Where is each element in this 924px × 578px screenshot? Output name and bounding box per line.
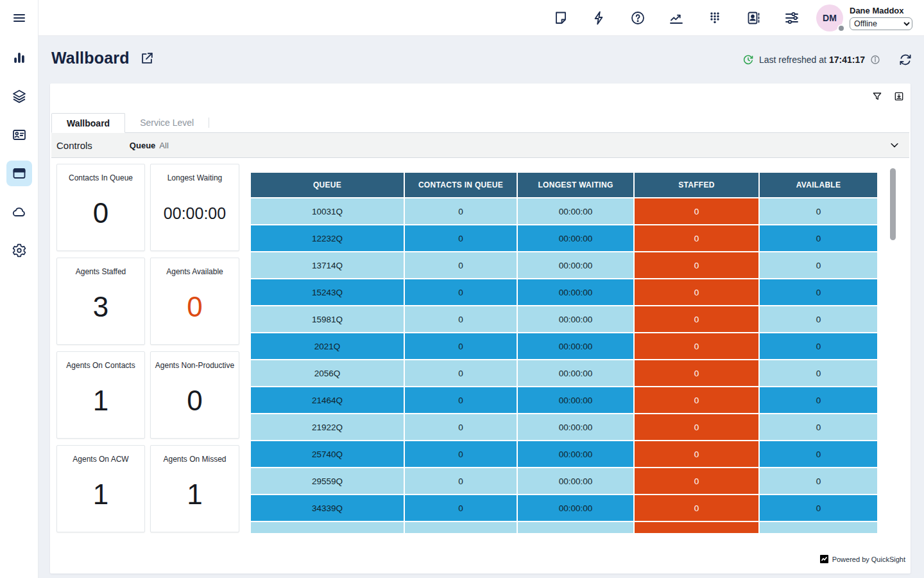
browser-window-icon [12,166,27,181]
staffed-cell: 0 [635,468,758,494]
kpi-value: 0 [151,385,239,417]
queue-filter-label: Queue [130,141,155,150]
card-toolbar [872,91,904,101]
staffed-cell: 0 [635,360,758,386]
dialpad-icon[interactable] [707,10,723,26]
staffed-cell: 0 [635,387,758,413]
queue-cell: 34339Q [251,495,404,521]
kpi-card: Agents Available0 [150,258,239,345]
contacts-cell: 0 [405,252,517,278]
table-scrollbar[interactable] [890,168,896,240]
topbar: DM Dane Maddox Offline [38,0,924,36]
offline-status-dot [837,24,845,32]
queue-cell [251,522,404,533]
queue-cell: 13714Q [251,252,404,278]
external-link-icon[interactable] [140,51,154,66]
agent-status-select[interactable]: Offline [850,17,912,30]
menu-icon[interactable] [12,10,27,26]
staffed-cell: 0 [635,414,758,440]
preferences-icon[interactable] [784,10,800,26]
kpi-value: 00:00:00 [151,204,239,223]
avatar-initials: DM [823,13,837,23]
sidebar-item-wallboard[interactable] [6,161,32,186]
quicksight-footer: Powered by QuickSight [820,555,905,563]
available-cell [760,522,877,533]
quick-actions-icon[interactable] [592,10,607,26]
available-cell: 0 [760,414,877,440]
export-icon[interactable] [894,91,904,101]
tab-label: Wallboard [67,118,110,128]
column-header: LONGEST WAITING [518,173,633,197]
waiting-cell: 00:00:00 [518,225,633,251]
kpi-value: 0 [57,197,144,229]
sidebar [0,0,38,578]
dashboard-card: Wallboard Service Level Controls Queue A… [50,83,911,574]
queue-table: QUEUECONTACTS IN QUEUELONGEST WAITINGSTA… [251,173,877,533]
available-cell: 0 [760,468,877,494]
gear-icon [12,243,27,258]
metrics-icon[interactable] [669,10,684,26]
queue-cell: 21464Q [251,387,404,413]
queue-cell: 25740Q [251,441,404,467]
notes-icon[interactable] [553,10,569,26]
available-cell: 0 [760,198,877,224]
available-cell: 0 [760,306,877,332]
user-name: Dane Maddox [850,6,912,15]
contacts-cell: 0 [405,225,517,251]
last-refreshed-label: Last refreshed at [759,55,826,65]
page-title: Wallboard [51,49,130,67]
column-header: AVAILABLE [760,173,877,197]
page-title-row: Wallboard [51,49,154,67]
controls-label: Controls [56,140,92,151]
chevron-down-icon[interactable] [889,139,900,151]
directory-icon[interactable] [746,10,761,26]
waiting-cell: 00:00:00 [518,279,633,305]
staffed-cell: 0 [635,279,758,305]
user-block: DM Dane Maddox Offline [816,4,912,31]
sidebar-item-settings[interactable] [6,238,32,263]
waiting-cell: 00:00:00 [518,414,633,440]
filter-icon[interactable] [872,91,882,101]
kpi-label: Agents On Contacts [57,361,144,370]
staffed-cell: 0 [635,333,758,359]
waiting-cell: 00:00:00 [518,468,633,494]
help-icon[interactable] [630,10,646,26]
kpi-label: Agents On ACW [57,455,144,464]
kpi-label: Agents Available [151,267,239,276]
sidebar-item-contacts[interactable] [6,122,32,148]
main-content: Wallboard Last refreshed at 17:41:17 W [38,36,924,578]
kpi-value: 3 [57,291,144,323]
queue-filter-value[interactable]: All [159,141,168,150]
queue-cell: 10031Q [251,198,404,224]
kpi-value: 1 [57,385,144,417]
refresh-clock-icon [742,54,754,66]
queue-cell: 2056Q [251,360,404,386]
sidebar-item-cloud[interactable] [6,199,32,225]
kpi-label: Agents Staffed [57,267,144,276]
kpi-label: Longest Waiting [151,173,239,182]
quicksight-logo-icon [820,555,828,563]
tab-service-level[interactable]: Service Level [125,113,209,132]
kpi-card: Agents Non-Productive0 [150,351,239,439]
available-cell: 0 [760,252,877,278]
avatar[interactable]: DM [816,4,843,31]
available-cell: 0 [760,441,877,467]
queue-cell: 2021Q [251,333,404,359]
contacts-cell: 0 [405,495,517,521]
available-cell: 0 [760,225,877,251]
tab-wallboard[interactable]: Wallboard [51,113,125,133]
queue-cell: 29559Q [251,468,404,494]
contacts-cell: 0 [405,387,517,413]
controls-bar[interactable]: Controls Queue All [51,133,909,158]
sidebar-item-layers[interactable] [6,83,32,109]
kpi-value: 0 [151,291,239,323]
sidebar-item-analytics[interactable] [6,45,32,71]
staffed-cell: 0 [635,198,758,224]
info-icon[interactable] [870,55,880,65]
column-header: CONTACTS IN QUEUE [405,173,517,197]
staffed-cell: 0 [635,225,758,251]
refresh-info: Last refreshed at 17:41:17 [742,53,912,67]
refresh-icon[interactable] [898,53,912,67]
waiting-cell: 00:00:00 [518,306,633,332]
waiting-cell [518,522,633,533]
